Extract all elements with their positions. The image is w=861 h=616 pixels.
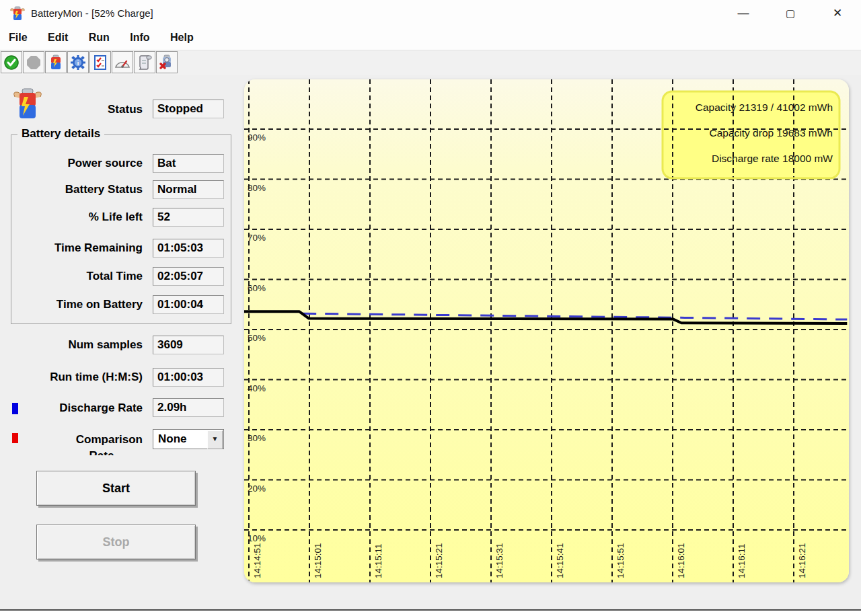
status-label: Status <box>0 100 143 120</box>
y-tick-label: 90% <box>248 132 266 143</box>
x-tick-label: 14:15:11 <box>373 543 383 578</box>
y-tick-label: 30% <box>248 433 266 443</box>
window-title: BatteryMon - [52% Charge] <box>31 0 153 27</box>
battery-icon <box>48 54 63 71</box>
comparison-label: Comparison <box>0 430 143 450</box>
x-tick-label: 14:14:51 <box>252 543 262 578</box>
battery-chart-svg: 14:14:5114:15:0114:15:1114:15:2114:15:31… <box>244 79 849 582</box>
report-toolbar-button[interactable] <box>134 51 155 73</box>
comparison-dropdown[interactable]: None ▼ <box>153 429 224 449</box>
power-source-label: Power source <box>0 153 143 174</box>
comparison-label-clipped-line: Rate <box>61 449 143 455</box>
app-battery-icon <box>9 5 26 22</box>
capacity-info-line: Capacity 21319 / 41002 mWh <box>696 102 833 113</box>
y-tick-label: 40% <box>248 383 266 393</box>
y-tick-label: 50% <box>248 333 266 343</box>
discharge-rate-label: Discharge Rate <box>0 398 143 418</box>
run-time-label: Run time (H:M:S) <box>0 367 143 387</box>
life-left-value: 52 <box>153 208 224 227</box>
comparison-dropdown-value: None <box>158 430 187 449</box>
desktop-strip <box>0 611 861 616</box>
time-on-battery-label: Time on Battery <box>0 295 143 315</box>
capacity-info-line: Discharge rate 18000 mW <box>712 153 833 164</box>
start-button[interactable]: Start <box>36 471 196 506</box>
start-icon <box>3 54 20 71</box>
info-gear-icon: i <box>70 54 86 71</box>
battery-info-toolbar-button[interactable] <box>45 51 67 73</box>
time-on-battery-value: 01:00:04 <box>153 295 224 314</box>
x-tick-label: 14:15:51 <box>615 543 626 578</box>
battery-charge-chart: 14:14:5114:15:0114:15:1114:15:2114:15:31… <box>244 79 849 582</box>
delete-log-toolbar-button[interactable] <box>156 51 178 73</box>
toolbar: i <box>0 50 861 76</box>
batterymon-window: BatteryMon - [52% Charge] — ▢ ✕ File Edi… <box>0 0 861 616</box>
gauge-icon <box>114 55 131 70</box>
y-tick-label: 20% <box>248 484 266 494</box>
stop-icon <box>26 54 42 71</box>
y-tick-label: 70% <box>248 233 266 243</box>
title-bar: BatteryMon - [52% Charge] — ▢ ✕ <box>0 0 861 27</box>
y-tick-label: 60% <box>248 283 266 293</box>
total-time-label: Total Time <box>0 266 143 286</box>
close-button[interactable]: ✕ <box>822 0 853 27</box>
status-value: Stopped <box>153 100 224 118</box>
battery-status-value: Normal <box>153 180 224 199</box>
settings-toolbar-button[interactable]: i <box>67 51 89 73</box>
x-tick-label: 14:16:21 <box>797 543 807 578</box>
num-samples-value: 3609 <box>153 336 224 354</box>
total-time-value: 02:05:07 <box>153 267 224 286</box>
time-remaining-value: 01:05:03 <box>153 239 224 258</box>
scroll-report-icon <box>137 54 153 71</box>
x-tick-label: 14:16:11 <box>737 543 747 578</box>
battery-status-label: Battery Status <box>0 180 143 200</box>
menu-run[interactable]: Run <box>80 27 118 50</box>
y-tick-label: 80% <box>248 183 266 193</box>
log-toolbar-button[interactable] <box>89 51 111 73</box>
power-source-value: Bat <box>153 154 224 173</box>
x-tick-label: 14:16:01 <box>676 543 686 578</box>
x-tick-label: 14:15:31 <box>494 543 504 578</box>
battery-details-title: Battery details <box>17 127 104 141</box>
start-toolbar-button[interactable] <box>1 51 22 73</box>
menu-file[interactable]: File <box>0 27 36 50</box>
gauge-toolbar-button[interactable] <box>112 51 133 73</box>
menu-bar: File Edit Run Info Help <box>0 27 861 50</box>
num-samples-label: Num samples <box>0 335 143 355</box>
chevron-down-icon[interactable]: ▼ <box>207 430 223 449</box>
y-tick-label: 10% <box>248 533 266 543</box>
run-time-value: 01:00:03 <box>153 368 224 387</box>
capacity-info-line: Capacity drop 19683 mWh <box>709 127 833 139</box>
minimize-button[interactable]: — <box>728 0 759 27</box>
time-remaining-label: Time Remaining <box>0 238 143 258</box>
discharge-rate-value: 2.09h <box>153 398 224 417</box>
menu-info[interactable]: Info <box>121 27 158 50</box>
battery-delete-icon <box>159 54 175 71</box>
svg-text:i: i <box>77 60 79 67</box>
menu-help[interactable]: Help <box>161 27 202 50</box>
stop-button[interactable]: Stop <box>36 525 196 560</box>
life-left-label: % Life left <box>0 207 143 227</box>
menu-edit[interactable]: Edit <box>39 27 77 50</box>
x-tick-label: 14:15:21 <box>434 543 444 578</box>
x-tick-label: 14:15:41 <box>555 543 565 578</box>
log-checklist-icon <box>93 54 108 71</box>
maximize-button[interactable]: ▢ <box>775 0 806 27</box>
stop-toolbar-button[interactable] <box>23 51 44 73</box>
x-tick-label: 14:15:01 <box>313 543 323 578</box>
